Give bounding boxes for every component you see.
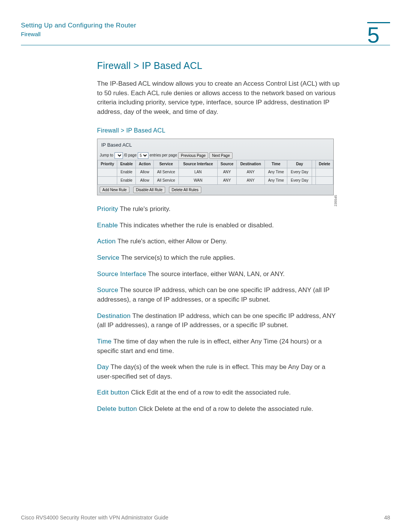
definition-desc: The source interface, either WAN, LAN, o… <box>147 270 285 278</box>
definition-term: Source <box>97 286 118 294</box>
table-cell <box>98 168 117 177</box>
figure-caption: Firewall > IP Based ACL <box>97 126 341 135</box>
disable-all-rule-button[interactable]: Disable All Rule <box>133 187 165 193</box>
acl-toolbar: Jump to /0 page 5 entries per page Previ… <box>97 151 333 160</box>
definition-desc: The destination IP address, which can be… <box>97 312 336 329</box>
field-definition: Source Interface The source interface, e… <box>97 270 341 279</box>
intro-paragraph: The IP-Based ACL window allows you to cr… <box>97 79 341 117</box>
next-page-button[interactable]: Next Page <box>209 152 233 159</box>
table-cell: All Service <box>154 176 179 185</box>
definition-term: Action <box>97 238 116 245</box>
definition-term: Destination <box>97 312 131 320</box>
page-footer: Cisco RVS4000 Security Router with VPN A… <box>21 514 390 521</box>
table-cell: Every Day <box>287 168 312 177</box>
field-definition: Destination The destination IP address, … <box>97 312 341 330</box>
jump-to-select[interactable] <box>115 152 123 159</box>
field-definition: Service The service(s) to which the rule… <box>97 253 341 263</box>
field-definition: Priority The rule's priority. <box>97 204 341 214</box>
acl-panel-title: IP Based ACL <box>97 139 333 151</box>
add-new-rule-button[interactable]: Add New Rule <box>100 187 129 193</box>
acl-column-header: Day <box>287 160 312 168</box>
acl-column-header: Time <box>265 160 287 168</box>
field-definition: Time The time of day when the rule is in… <box>97 337 341 356</box>
figure-number: 235545 <box>333 195 338 206</box>
definition-desc: Click Edit at the end of a row to edit t… <box>129 389 291 396</box>
table-cell: ANY <box>217 168 236 177</box>
table-cell: ANY <box>237 168 265 177</box>
definition-desc: The service(s) to which the rule applies… <box>119 254 235 261</box>
delete-all-rules-button[interactable]: Delete All Rules <box>169 187 201 193</box>
section-title: Setting Up and Configuring the Router <box>21 21 136 30</box>
table-cell <box>312 168 316 177</box>
definition-term: Delete button <box>97 405 137 412</box>
definition-term: Enable <box>97 222 118 229</box>
definition-desc: The rule's action, either Allow or Deny. <box>116 238 227 245</box>
acl-column-header: Destination <box>237 160 265 168</box>
field-definition: Source The source IP address, which can … <box>97 286 341 304</box>
table-cell: Allow <box>136 168 154 177</box>
page-header: Setting Up and Configuring the Router Fi… <box>21 21 390 38</box>
entries-label: entries per page <box>150 153 177 158</box>
table-cell: WAN <box>178 176 217 185</box>
acl-column-header: Source Interface <box>178 160 217 168</box>
definition-term: Time <box>97 338 112 345</box>
definition-desc: The time of day when the rule is in effe… <box>97 338 322 355</box>
table-cell: Every Day <box>287 176 312 185</box>
acl-column-header: Action <box>136 160 154 168</box>
table-cell: Enable <box>117 176 136 185</box>
table-row: EnableAllowAll ServiceWANANYANYAny TimeE… <box>98 176 333 185</box>
field-definition: Enable This indicates whether the rule i… <box>97 221 341 230</box>
acl-table: PriorityEnableActionServiceSource Interf… <box>97 160 333 185</box>
table-row: EnableAllowAll ServiceLANANYANYAny TimeE… <box>98 168 333 177</box>
acl-column-header: Service <box>154 160 179 168</box>
acl-column-header: Source <box>217 160 236 168</box>
table-cell <box>316 168 333 177</box>
page-title: Firewall > IP Based ACL <box>97 59 341 72</box>
chapter-badge: 5 <box>367 22 390 46</box>
definition-term: Source Interface <box>97 270 147 278</box>
acl-column-header <box>312 160 316 168</box>
field-definition: Action The rule's action, either Allow o… <box>97 237 341 246</box>
definition-desc: The source IP address, which can be one … <box>97 286 330 303</box>
acl-column-header: Priority <box>98 160 117 168</box>
acl-column-header: Delete <box>316 160 333 168</box>
header-divider <box>21 45 390 45</box>
table-cell: Allow <box>136 176 154 185</box>
field-definition: Edit button Click Edit at the end of a r… <box>97 388 341 398</box>
table-cell <box>316 176 333 185</box>
definition-desc: The day(s) of the week when the rule is … <box>97 363 325 380</box>
main-content: Firewall > IP Based ACL The IP-Based ACL… <box>97 59 341 414</box>
chapter-number: 5 <box>367 24 390 46</box>
page-sep-label: /0 page <box>124 153 137 158</box>
definition-term: Priority <box>97 205 118 212</box>
table-cell <box>312 176 316 185</box>
table-cell <box>98 176 117 185</box>
entries-per-page-select[interactable]: 5 <box>138 152 148 159</box>
field-definition: Delete button Click Delete at the end of… <box>97 404 341 414</box>
footer-page-number: 48 <box>384 514 390 521</box>
table-cell: Enable <box>117 168 136 177</box>
table-cell: Any Time <box>265 168 287 177</box>
table-cell: LAN <box>178 168 217 177</box>
acl-panel: IP Based ACL Jump to /0 page 5 entries p… <box>97 139 334 195</box>
definition-desc: This indicates whether the rule is enabl… <box>118 222 274 229</box>
definition-term: Edit button <box>97 389 129 396</box>
acl-column-header: Enable <box>117 160 136 168</box>
definition-desc: Click Delete at the end of a row to dele… <box>137 405 313 412</box>
definition-desc: The rule's priority. <box>118 205 170 212</box>
table-cell: All Service <box>154 168 179 177</box>
jump-to-label: Jump to <box>100 153 113 158</box>
table-cell: Any Time <box>265 176 287 185</box>
field-definition: Day The day(s) of the week when the rule… <box>97 363 341 381</box>
definition-term: Service <box>97 254 119 261</box>
table-cell: ANY <box>217 176 236 185</box>
definition-term: Day <box>97 363 109 371</box>
previous-page-button[interactable]: Previous Page <box>178 152 208 159</box>
section-subsection: Firewall <box>21 30 136 38</box>
footer-book-title: Cisco RVS4000 Security Router with VPN A… <box>21 514 168 521</box>
table-cell: ANY <box>237 176 265 185</box>
